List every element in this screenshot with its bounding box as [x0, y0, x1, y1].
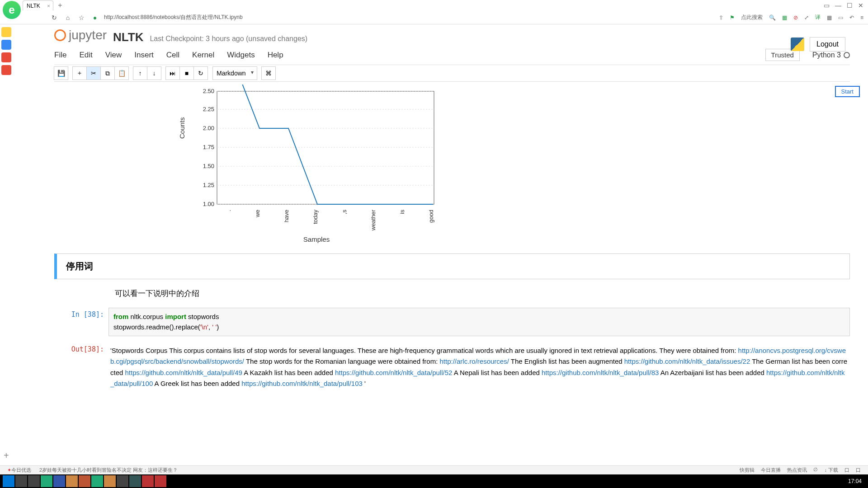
- new-tab-button[interactable]: +: [56, 1, 64, 9]
- output-cell: Out[38]: 'Stopwords Corpus This corpus c…: [54, 343, 850, 392]
- checkpoint-text: Last Checkpoint: 3 hours ago (unsaved ch…: [150, 35, 307, 43]
- lock-icon: ●: [90, 13, 99, 22]
- menubar: File Edit View Insert Cell Kernel Widget…: [54, 46, 850, 65]
- task-icon[interactable]: [41, 475, 52, 487]
- start-menu-icon[interactable]: [3, 475, 14, 487]
- zoom-icon[interactable]: ⤢: [804, 14, 809, 21]
- menu-file[interactable]: File: [54, 51, 66, 60]
- window-max-icon[interactable]: ☐: [847, 2, 853, 9]
- move-down-button[interactable]: ↓: [147, 66, 161, 80]
- device-icon[interactable]: ▭: [838, 14, 843, 21]
- menu-help[interactable]: Help: [268, 51, 283, 60]
- svg-text:2.50: 2.50: [203, 88, 214, 94]
- menu-view[interactable]: View: [105, 51, 122, 60]
- output-text: 'Stopwords Corpus This corpus contains l…: [108, 343, 850, 392]
- restart-button[interactable]: ↻: [193, 66, 208, 80]
- menu-cell[interactable]: Cell: [166, 51, 179, 60]
- block-icon[interactable]: ⊘: [793, 14, 798, 21]
- task-icon[interactable]: [142, 475, 154, 487]
- task-icon[interactable]: [117, 475, 128, 487]
- star-icon[interactable]: ☆: [77, 13, 86, 22]
- task-icon[interactable]: [15, 475, 27, 487]
- browser-chrome: NLTK × + ▭ — ☐ ✕ ↻ ⌂ ☆ ● http://localhos…: [0, 0, 868, 24]
- paste-button[interactable]: 📋: [114, 66, 129, 80]
- move-up-button[interactable]: ↑: [133, 66, 147, 80]
- menu-edit[interactable]: Edit: [79, 51, 92, 60]
- note-text: 可以看一下说明中的介绍: [115, 289, 199, 298]
- svg-text:1.75: 1.75: [203, 144, 214, 150]
- ext-icon[interactable]: ▦: [782, 14, 787, 21]
- close-icon[interactable]: ×: [47, 3, 50, 9]
- translate-icon[interactable]: 译: [815, 14, 821, 21]
- toolbar: 💾 ＋ ✂ ⧉ 📋 ↑ ↓ ⏭ ■ ↻ Markdown ⌘: [54, 65, 850, 82]
- task-icon[interactable]: [66, 475, 78, 487]
- heading-text: 停用词: [66, 260, 840, 272]
- celltype-select[interactable]: Markdown: [212, 66, 257, 80]
- window-close-icon[interactable]: ✕: [858, 2, 863, 9]
- jupyter-logo-icon: [54, 29, 66, 41]
- code-cell[interactable]: In [38]: from nltk.corpus import stopwor…: [54, 308, 850, 336]
- window-min-icon[interactable]: ▭: [824, 2, 830, 9]
- task-icon[interactable]: [129, 475, 141, 487]
- run-button[interactable]: ⏭: [165, 66, 180, 80]
- stop-button[interactable]: ■: [179, 66, 194, 80]
- task-icon[interactable]: [53, 475, 65, 487]
- kernel-indicator[interactable]: Python 3: [812, 51, 850, 59]
- xlabel: Samples: [190, 235, 443, 243]
- line-chart: 1.00 1.25 1.50 1.75 2.00 2.25 2.50 . we: [190, 84, 443, 234]
- task-icon[interactable]: [104, 475, 116, 487]
- search-placeholder[interactable]: 点此搜索: [741, 14, 763, 21]
- markdown-heading-cell[interactable]: 停用词: [54, 253, 850, 279]
- svg-text:today: today: [312, 210, 319, 224]
- plot-output-cell: Counts 1.00: [54, 84, 850, 247]
- reload-icon[interactable]: ↻: [50, 13, 59, 22]
- menu-insert[interactable]: Insert: [134, 51, 154, 60]
- browser-logo: e: [3, 1, 21, 19]
- svg-text:weather: weather: [370, 209, 377, 231]
- svg-text:1.25: 1.25: [203, 182, 214, 188]
- window-min-icon[interactable]: —: [835, 2, 841, 9]
- command-palette-button[interactable]: ⌘: [261, 66, 276, 80]
- side-dock: [0, 27, 13, 75]
- jupyter-logo[interactable]: jupyter: [54, 28, 107, 42]
- jupyter-header: jupyter NLTK Last Checkpoint: 3 hours ag…: [54, 24, 850, 46]
- svg-text:2.25: 2.25: [203, 106, 214, 113]
- notebook-name[interactable]: NLTK: [113, 30, 143, 44]
- apps-icon[interactable]: ▦: [827, 14, 832, 21]
- flag-icon[interactable]: ⚑: [730, 14, 735, 21]
- svg-text:is: is: [399, 210, 406, 214]
- in-prompt: In [38]:: [54, 308, 108, 336]
- menu-icon[interactable]: ≡: [860, 14, 863, 21]
- svg-text:1.50: 1.50: [203, 163, 214, 169]
- ylabel: Counts: [178, 117, 186, 139]
- svg-text:.: .: [225, 210, 232, 211]
- browser-status-strip: ✦ 今日优选 2岁娃每天被拎十几小时看到冒险名不决定 网友：这样还要生？ 快剪辑…: [0, 465, 868, 474]
- task-icon[interactable]: [91, 475, 103, 487]
- task-icon[interactable]: [155, 475, 166, 487]
- search-icon[interactable]: 🔍: [769, 14, 776, 21]
- task-icon[interactable]: [28, 475, 40, 487]
- svg-text:,s: ,s: [341, 210, 348, 215]
- clock[interactable]: 17:04: [848, 478, 865, 484]
- menu-widgets[interactable]: Widgets: [227, 51, 255, 60]
- add-panel-icon[interactable]: +: [4, 450, 9, 461]
- insert-cell-button[interactable]: ＋: [72, 66, 87, 80]
- markdown-note-cell[interactable]: 可以看一下说明中的介绍: [54, 286, 850, 301]
- home-icon[interactable]: ⌂: [63, 13, 72, 22]
- task-icon[interactable]: [79, 475, 90, 487]
- notebook-area: Counts 1.00: [54, 82, 850, 392]
- svg-text:2.00: 2.00: [203, 125, 214, 131]
- svg-rect-0: [217, 91, 434, 204]
- copy-button[interactable]: ⧉: [100, 66, 115, 80]
- undo-icon[interactable]: ↶: [849, 14, 854, 21]
- browser-tab[interactable]: NLTK ×: [23, 0, 53, 10]
- share-icon[interactable]: ⇪: [719, 14, 723, 21]
- cut-button[interactable]: ✂: [86, 66, 101, 80]
- menu-kernel[interactable]: Kernel: [192, 51, 214, 60]
- out-prompt: Out[38]:: [54, 343, 108, 392]
- address-bar[interactable]: http://localhost:8886/notebooks/自然语言处理/N…: [104, 14, 357, 21]
- code-input[interactable]: from nltk.corpus import stopwords stopwo…: [108, 308, 850, 336]
- kernel-status-icon: [844, 52, 850, 58]
- logout-button[interactable]: Logout: [810, 37, 845, 52]
- save-button[interactable]: 💾: [54, 66, 68, 80]
